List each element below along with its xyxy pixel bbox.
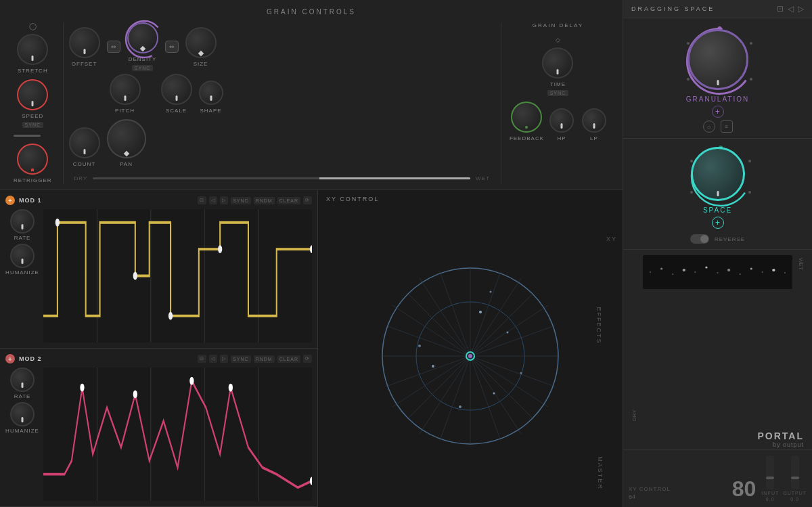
retrigger-label: RETRIGGER (14, 177, 52, 183)
granulation-icons-row: ○ ≡ (703, 120, 733, 133)
output-thumb (791, 477, 799, 479)
density-knob[interactable] (127, 22, 158, 53)
forward-icon[interactable]: ▷ (798, 4, 804, 14)
hp-knob[interactable] (549, 108, 574, 133)
mod2-node (229, 384, 233, 392)
time-indicator (557, 69, 559, 74)
svg-point-32 (418, 345, 421, 347)
space-section: SPACE + REVERSE (623, 139, 812, 250)
scale-knob[interactable] (161, 74, 192, 105)
mod2-fwd-btn[interactable]: ▷ (220, 355, 228, 363)
grain-controls-title: GRAIN CONTROLS (11, 8, 612, 16)
lp-indicator (593, 123, 595, 129)
feedback-knob[interactable] (511, 102, 542, 133)
mod1-rate-knob[interactable] (10, 209, 35, 234)
left-panel: GRAIN CONTROLS ◯ STRETCH (0, 0, 623, 507)
feedback-dot (525, 126, 528, 129)
mod2-add-btn[interactable]: + (5, 354, 15, 363)
right-wet-label: WET (795, 255, 807, 424)
pan-knob[interactable] (107, 119, 146, 158)
mod1-humanize-label: HUMANIZE (5, 269, 39, 275)
save-icon[interactable]: ⊡ (777, 4, 784, 14)
pitch-label: PITCH (115, 108, 135, 114)
input-track (766, 456, 774, 489)
mod2-clear-btn[interactable]: CLEAR (277, 355, 300, 363)
back-icon[interactable]: ◁ (788, 4, 794, 14)
shape-label: SHAPE (200, 108, 222, 114)
input-slider[interactable]: INPUT 0.0 (761, 456, 779, 502)
main-container: GRAIN CONTROLS ◯ STRETCH (0, 0, 812, 507)
xy-value-1: 64 (629, 493, 727, 500)
time-badge: SYNC (547, 90, 568, 96)
wet-label: WET (476, 175, 490, 181)
mod1-humanize-knob[interactable] (10, 244, 35, 268)
mod2-waveform[interactable] (43, 368, 312, 501)
granulation-icon-1[interactable]: ○ (703, 120, 715, 133)
link-btn-1[interactable]: ⇔ (107, 41, 120, 53)
mod1-add-btn[interactable]: + (5, 196, 15, 205)
mod1-fwd-btn[interactable]: ▷ (220, 196, 228, 204)
granulation-knob[interactable] (687, 29, 748, 90)
mod2-reset-btn[interactable]: ⟳ (303, 355, 312, 363)
mod1-waveform[interactable] (43, 209, 312, 343)
mod1-waveform-svg (43, 209, 312, 343)
mod2-save-btn[interactable]: ⊡ (198, 355, 206, 363)
space-knob[interactable] (691, 147, 745, 201)
offset-knob[interactable] (69, 27, 100, 58)
xy-control-label: XY CONTROL (629, 486, 727, 492)
count-group: COUNT (69, 127, 100, 167)
granulation-section: GRANULATION + ○ ≡ (623, 18, 812, 139)
output-value: 0.0 (790, 497, 799, 502)
mod1-clear-btn[interactable]: CLEAR (277, 197, 300, 204)
space-add-btn[interactable]: + (712, 217, 724, 229)
mod2-header: + MOD 2 ⊡ ◁ ▷ SYNC RNDM CLEAR ⟳ (5, 354, 312, 363)
mod1-wave (43, 223, 312, 316)
mod1-rndm-btn[interactable]: RNDM (254, 197, 275, 204)
mod1-back-btn[interactable]: ◁ (209, 196, 217, 204)
mod1-sync-btn[interactable]: SYNC (231, 197, 250, 204)
mod1-reset-btn[interactable]: ⟳ (303, 196, 312, 204)
mod2-rndm-btn[interactable]: RNDM (254, 355, 275, 363)
mod1-rate-group: RATE (5, 209, 39, 241)
effects-label: EFFECTS (595, 307, 602, 345)
retrigger-knob[interactable] (17, 144, 48, 175)
reverse-toggle[interactable] (690, 234, 709, 244)
time-knob[interactable] (542, 47, 573, 79)
mod2-humanize-knob[interactable] (10, 402, 35, 426)
svg-point-26 (479, 311, 482, 313)
speed-knob[interactable] (17, 79, 48, 110)
svg-point-56 (750, 268, 752, 270)
io-sliders-container: INPUT 0.0 OUTPUT 0.0 (761, 456, 807, 502)
stretch-group: ◯ STRETCH (14, 22, 52, 74)
output-slider[interactable]: OUTPUT 0.0 (783, 456, 807, 502)
count-indicator (83, 149, 85, 154)
granulation-add-btn[interactable]: + (712, 106, 724, 118)
stretch-knob[interactable] (17, 34, 48, 65)
xy-display[interactable]: EFFECTS XY MASTER (318, 205, 623, 507)
pitch-knob[interactable] (110, 74, 141, 105)
grain-main-row: ◯ STRETCH SPEED S (11, 22, 612, 184)
shape-knob[interactable] (199, 81, 223, 105)
mod1-save-btn[interactable]: ⊡ (198, 196, 206, 204)
reverse-label: REVERSE (715, 236, 745, 242)
xy-value-box: XY CONTROL 64 (629, 486, 727, 502)
lp-label: LP (590, 135, 598, 141)
hp-group: HP (549, 108, 574, 141)
scale-group: SCALE (161, 74, 192, 114)
speed-slider[interactable] (14, 135, 41, 137)
size-knob[interactable] (185, 27, 217, 58)
mod2-back-btn[interactable]: ◁ (209, 355, 217, 363)
mod2-sync-btn[interactable]: SYNC (231, 355, 250, 363)
mod1-rate-label: RATE (14, 235, 31, 241)
stretch-indicator (32, 56, 34, 61)
scale-label: SCALE (166, 108, 187, 114)
space-indicator (717, 191, 719, 196)
lp-knob[interactable] (582, 108, 606, 133)
dry-wet-slider[interactable] (93, 177, 470, 179)
granulation-icon-2[interactable]: ≡ (721, 120, 733, 133)
density-group: DENSITY SYNC (127, 22, 158, 71)
xy-section: XY CONTROL (318, 190, 623, 507)
mod2-rate-knob[interactable] (10, 368, 35, 392)
link-btn-2[interactable]: ⇔ (165, 41, 179, 53)
count-knob[interactable] (69, 127, 100, 158)
